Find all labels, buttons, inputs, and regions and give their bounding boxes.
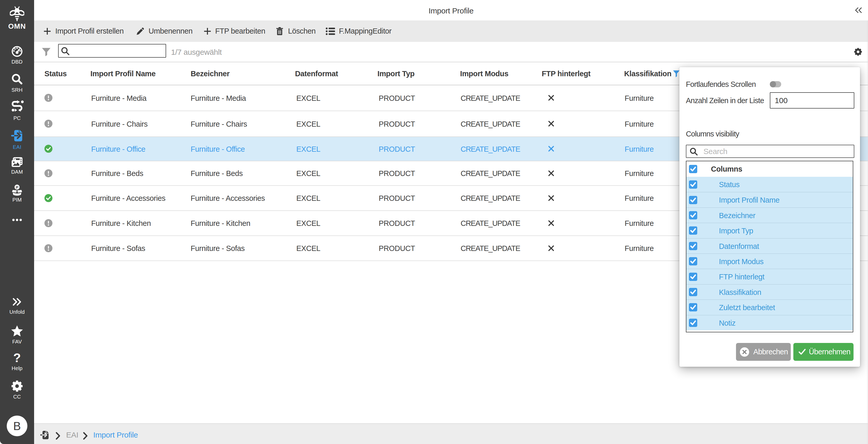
svg-text:P: P bbox=[16, 185, 18, 189]
